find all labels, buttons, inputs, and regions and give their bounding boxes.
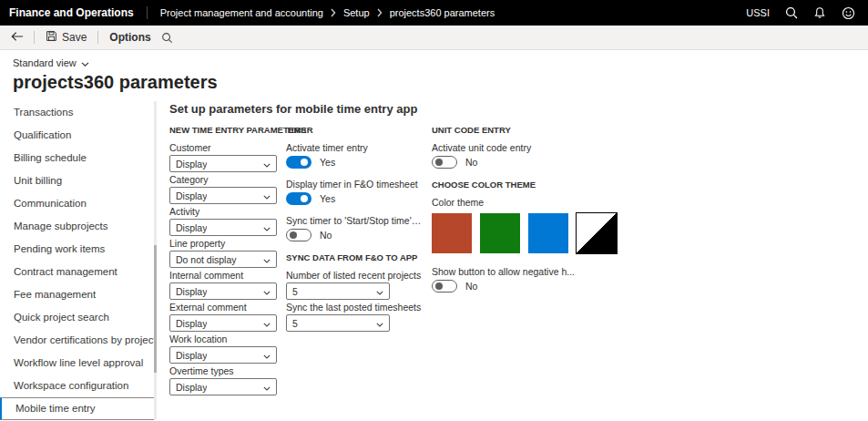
top-nav-bar: Finance and Operations Project managemen… [0,0,868,26]
page-title: projects360 parameters [13,71,868,93]
activity-field: Activity Display [169,206,277,236]
column-timer-sync: TIMER Activate timer entry Yes Display t… [286,125,423,397]
chevron-down-icon [376,318,383,329]
color-theme-swatch-green[interactable] [480,213,520,253]
sidebar-item-qualification[interactable]: Qualification [0,124,157,147]
chevron-down-icon [263,190,271,201]
activity-dropdown-value: Display [176,222,207,233]
sidebar-item-manage-subprojects[interactable]: Manage subprojects [0,215,157,238]
customer-dropdown[interactable]: Display [169,155,277,172]
activate-timer-toggle[interactable] [286,156,311,169]
toggle-knob [301,195,308,202]
category-dropdown[interactable]: Display [169,187,277,204]
toggle-knob [290,231,297,239]
external-comment-dropdown-value: Display [176,318,207,329]
chevron-down-icon [263,254,271,265]
smiley-icon[interactable] [842,6,855,20]
activate-unit-code-state: No [465,157,477,168]
sidebar-item-pending-work-items[interactable]: Pending work items [0,238,157,261]
internal-comment-field: Internal comment Display [169,270,277,300]
sync-timer-label: Sync timer to 'Start/Stop time' ta... [286,215,423,226]
sidebar-item-mobile-time-entry[interactable]: Mobile time entry [0,397,157,420]
sidebar-scrollbar-thumb[interactable] [154,245,157,373]
main-content: Set up parameters for mobile time entry … [157,98,868,420]
sync-timer-state: No [320,230,332,241]
sidebar-item-workflow-line-level-approval[interactable]: Workflow line level approval [0,352,157,375]
toggle-knob [301,159,308,166]
color-theme-swatch-black-white[interactable] [577,213,617,253]
negative-hours-label: Show button to allow negative h... [432,266,659,277]
save-button[interactable]: Save [43,28,89,46]
external-comment-dropdown[interactable]: Display [169,314,277,332]
back-button[interactable] [9,29,26,46]
internal-comment-dropdown[interactable]: Display [169,282,277,300]
sidebar-item-fee-management[interactable]: Fee management [0,283,157,306]
customer-field-label: Customer [169,142,277,153]
options-button[interactable]: Options [107,29,153,46]
search-icon[interactable] [785,6,798,19]
group-header-unit-code: UNIT CODE ENTRY [432,125,659,135]
view-selector-label: Standard view [13,57,77,68]
external-comment-field-label: External comment [169,302,277,313]
posted-timesheets-field: Sync the last posted timesheets 5 [286,302,423,332]
sync-timer-toggle[interactable] [286,229,311,241]
bell-icon[interactable] [813,6,826,19]
activate-timer-label: Activate timer entry [286,142,423,153]
app-window: Finance and Operations Project managemen… [0,0,868,421]
recent-projects-label: Number of listed recent projects [286,270,423,281]
company-picker[interactable]: USSI [746,7,770,18]
toggle-knob [435,159,443,166]
activate-unit-code-field: Activate unit code entry No [432,142,659,169]
customer-field: Customer Display [169,142,277,172]
breadcrumb-item-module[interactable]: Project management and accounting [160,7,323,18]
sidebar-item-billing-schedule[interactable]: Billing schedule [0,147,157,169]
toggle-knob [435,282,443,290]
line-property-field-label: Line property [169,238,277,249]
page-header: Standard view projects360 parameters [0,50,868,98]
breadcrumb-item-setup[interactable]: Setup [343,7,370,18]
sidebar-item-vendor-certifications[interactable]: Vendor certifications by project [0,329,157,352]
activity-field-label: Activity [169,206,277,217]
work-location-dropdown[interactable]: Display [169,346,277,364]
overtime-types-dropdown[interactable]: Display [169,378,277,395]
sidebar-item-communication[interactable]: Communication [0,192,157,215]
line-property-dropdown[interactable]: Do not display [169,251,277,268]
color-theme-label: Color theme [432,197,659,208]
sync-timer-field: Sync timer to 'Start/Stop time' ta... No [286,215,423,241]
sidebar-item-transactions[interactable]: Transactions [0,101,157,124]
overtime-types-field: Overtime types Display [169,365,277,395]
chevron-down-icon [263,159,271,169]
color-theme-swatch-rust[interactable] [432,213,472,253]
back-arrow-icon [11,31,24,45]
sidebar-scrollbar[interactable] [154,101,157,420]
category-field: Category Display [169,174,277,204]
activate-timer-field: Activate timer entry Yes [286,142,423,169]
sidebar-item-unit-billing[interactable]: Unit billing [0,169,157,192]
actionbar-search-icon[interactable] [161,32,173,44]
overtime-types-dropdown-value: Display [176,382,207,393]
negative-hours-toggle[interactable] [432,280,457,293]
sidebar-item-contract-management[interactable]: Contract management [0,261,157,283]
breadcrumb-item-current-page[interactable]: projects360 parameters [390,7,495,18]
internal-comment-field-label: Internal comment [169,270,277,281]
recent-projects-dropdown[interactable]: 5 [286,282,390,300]
actionbar-divider [97,31,98,44]
view-selector[interactable]: Standard view [13,57,89,68]
app-title[interactable]: Finance and Operations [9,6,134,19]
save-icon [46,30,57,45]
line-property-field: Line property Do not display [169,238,277,268]
color-theme-swatch-blue[interactable] [528,213,568,253]
group-header-new-time-entry: NEW TIME ENTRY PARAMETERS [169,125,277,135]
display-timer-field: Display timer in F&O timesheet Yes [286,179,423,205]
display-timer-state: Yes [320,193,335,204]
posted-timesheets-dropdown[interactable]: 5 [286,314,390,332]
display-timer-toggle[interactable] [286,192,311,205]
group-header-sync-data: SYNC DATA FROM F&O TO APP [286,252,423,262]
activity-dropdown[interactable]: Display [169,219,277,236]
sidebar-item-workspace-configuration[interactable]: Workspace configuration [0,375,157,397]
activate-unit-code-toggle[interactable] [432,156,457,169]
breadcrumb: Project management and accounting Setup … [160,7,495,18]
work-location-dropdown-value: Display [176,350,207,361]
group-header-color-theme: CHOOSE COLOR THEME [432,180,659,190]
sidebar-item-quick-project-search[interactable]: Quick project search [0,306,157,329]
